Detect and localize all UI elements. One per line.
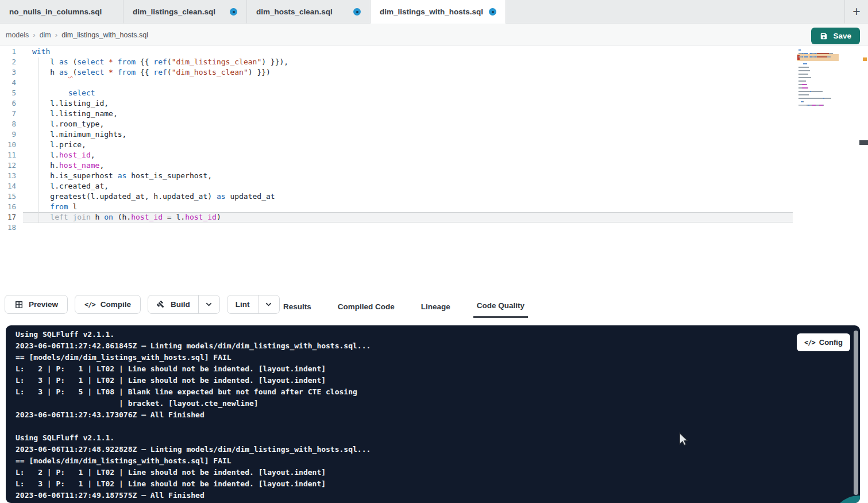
code-token: ( (167, 68, 172, 76)
terminal-line: Using SQLFluff v2.1.1. (16, 433, 371, 445)
code-token: l (68, 202, 78, 211)
code-area[interactable]: with l as (select * from {{ ref("dim_lis… (32, 47, 288, 233)
code-token: l.room_type, (32, 120, 104, 128)
code-line: l.price, (32, 140, 288, 151)
breadcrumb-segment[interactable]: dim (40, 31, 51, 39)
minimap-line (798, 49, 839, 51)
code-line: select (32, 89, 288, 99)
terminal-line (16, 422, 371, 433)
code-token: "dim_hosts_clean" (172, 68, 248, 76)
editor-tab[interactable]: no_nulls_in_columns.sql (0, 0, 124, 24)
code-token: l.minimum_nights, (32, 130, 126, 139)
terminal-line: L: 2 | P: 1 | LT02 | Line should not be … (16, 364, 371, 376)
plus-icon: + (852, 4, 860, 20)
table-grid-icon (14, 300, 24, 309)
breadcrumb-separator-icon: › (33, 30, 35, 39)
modified-dot-icon[interactable] (489, 8, 496, 16)
minimap-segment (802, 84, 806, 85)
save-button[interactable]: Save (811, 28, 860, 44)
terminal-line: 2023-06-06T11:27:48.922828Z — Linting mo… (16, 445, 371, 456)
code-token: , (99, 161, 104, 170)
terminal-line: L: 3 | P: 5 | LT08 | Blank line expected… (16, 387, 371, 399)
breadcrumb-segment[interactable]: dim_listings_with_hosts.sql (61, 31, 148, 39)
tab-label: dim_listings_with_hosts.sql (380, 7, 483, 16)
terminal-line: L: 3 | P: 1 | LT02 | Line should not be … (16, 479, 371, 491)
minimap-segment (798, 77, 811, 78)
build-button[interactable]: Build (148, 295, 198, 313)
code-token: as (59, 57, 68, 66)
scroll-ruler-warning-tick (863, 57, 867, 61)
code-line: l.created_at, (32, 182, 288, 192)
lint-output-terminal[interactable]: Using SQLFluff v2.1.1.2023-06-06T11:27:4… (6, 325, 860, 503)
code-line (32, 223, 288, 233)
config-button[interactable]: </> Config (797, 333, 850, 351)
preview-label: Preview (29, 300, 58, 309)
minimap-line (798, 60, 839, 61)
code-token (104, 57, 109, 66)
panel-tab-results[interactable]: Results (280, 295, 315, 318)
code-token: l.created_at, (32, 182, 109, 190)
terminal-line: == [models/dim/dim_listings_with_hosts.s… (16, 456, 371, 468)
hammer-icon (156, 300, 165, 309)
code-token (113, 68, 118, 76)
minimap-segment (807, 84, 807, 85)
code-token: * (109, 57, 113, 66)
preview-button[interactable]: Preview (5, 295, 68, 314)
terminal-line: 2023-06-06T11:27:43.173076Z — All Finish… (16, 410, 371, 422)
code-token: h (91, 213, 104, 221)
save-label: Save (833, 32, 851, 40)
minimap[interactable] (798, 49, 839, 112)
editor-tab[interactable]: dim_listings_clean.sql (124, 0, 247, 24)
modified-dot-icon[interactable] (353, 8, 361, 16)
result-panel-tabs: ResultsCompiled CodeLineageCode Quality (280, 295, 528, 318)
code-token: ) (217, 213, 221, 221)
minimap-segment (823, 105, 824, 106)
minimap-segment (803, 101, 804, 102)
lint-button[interactable]: Lint (227, 295, 258, 313)
line-number: 8 (0, 120, 23, 130)
code-token: host_name (59, 161, 99, 170)
editor-tab[interactable]: dim_hosts_clean.sql (247, 0, 371, 24)
code-token: host_id (59, 151, 91, 159)
code-token: host_id (185, 213, 217, 221)
compile-button[interactable]: </> Compile (75, 295, 141, 314)
code-token: select (68, 89, 95, 97)
panel-tab-compiled-code[interactable]: Compiled Code (334, 295, 398, 318)
breadcrumb-separator-icon: › (55, 30, 57, 39)
code-token (32, 202, 50, 211)
line-number: 18 (0, 223, 23, 233)
scroll-ruler-position-tick[interactable] (859, 140, 868, 145)
code-token: select (77, 68, 104, 76)
minimap-segment (811, 91, 823, 92)
panel-tab-lineage[interactable]: Lineage (418, 295, 454, 318)
build-dropdown-button[interactable] (198, 295, 219, 313)
code-token: {{ (136, 57, 153, 66)
code-token: = l. (163, 213, 185, 221)
code-token: as (59, 68, 68, 76)
line-number: 2 (0, 57, 23, 68)
code-line: l.listing_id, (32, 99, 288, 109)
line-number: 16 (0, 202, 23, 213)
editor-tab[interactable]: dim_listings_with_hosts.sql (371, 0, 506, 24)
minimap-line (798, 87, 839, 89)
new-tab-button[interactable]: + (844, 0, 868, 24)
minimap-segment (798, 80, 806, 82)
help-chat-bubble-button[interactable] (831, 496, 860, 503)
code-token: , (91, 151, 95, 159)
terminal-line: L: 2 | P: 1 | LT02 | Line should not be … (16, 468, 371, 479)
terminal-line: Using SQLFluff v2.1.1. (16, 330, 371, 341)
minimap-line (798, 70, 839, 71)
minimap-segment (824, 98, 831, 99)
panel-tab-code-quality[interactable]: Code Quality (473, 295, 528, 318)
minimap-segment (798, 63, 803, 64)
minimap-segment (817, 53, 829, 54)
mouse-cursor (678, 432, 689, 447)
code-editor[interactable]: 123456789101112131415161718 with l as (s… (0, 46, 868, 291)
minimap-line (798, 77, 839, 78)
terminal-scrollbar[interactable] (854, 331, 858, 495)
breadcrumb-segment[interactable]: models (6, 31, 29, 39)
minimap-line (798, 63, 839, 64)
line-number: 10 (0, 140, 23, 151)
modified-dot-icon[interactable] (230, 8, 237, 16)
lint-dropdown-button[interactable] (258, 295, 279, 313)
